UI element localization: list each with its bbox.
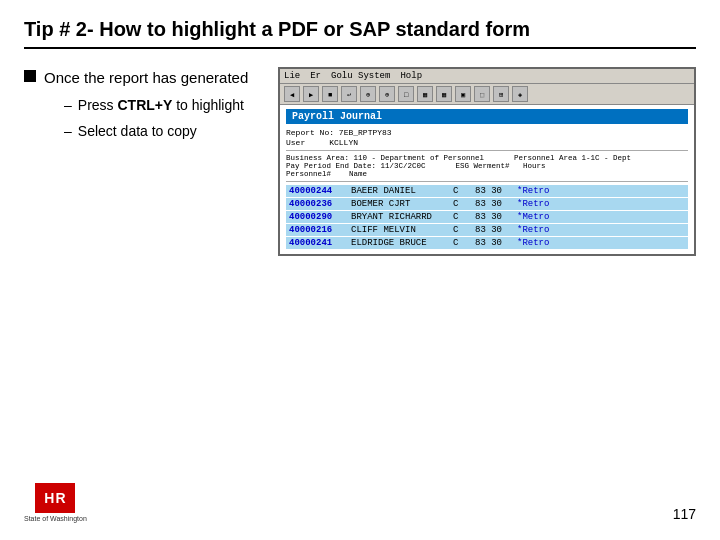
sub-bullet-2: – Select data to copy [64,122,248,142]
sap-cell-code: C [450,198,470,210]
sap-info-line-1: Business Area: 110 - Department of Perso… [286,154,688,162]
sap-cell-hours: 83 30 [472,198,512,210]
sap-cell-extra: *Retro [514,198,564,210]
sap-window: Lie Er Golu System Holp ◀ ▶ ■ ↩ ⊕ ⊕ □ ▦ … [278,67,696,256]
bullet-square-icon [24,70,36,82]
sap-table: 40000244 BAEER DANIEL C 83 30 *Retro 400… [286,185,688,249]
toolbar-btn-4[interactable]: □ [398,86,414,102]
sap-cell-name: BOEMER CJRT [348,198,448,210]
toolbar-btn-stop[interactable]: ■ [322,86,338,102]
sap-cell-id: 40000241 [286,237,346,249]
page-number: 117 [673,506,696,522]
toolbar-btn-9[interactable]: ⊞ [493,86,509,102]
sap-cell-code: C [450,237,470,249]
sap-cell-id: 40000290 [286,211,346,223]
sap-table-row: 40000290 BRYANT RICHARRD C 83 30 *Metro [286,211,688,223]
sap-business-info: Business Area: 110 - Department of Perso… [286,154,688,178]
toolbar-btn-back[interactable]: ◀ [284,86,300,102]
sap-cell-code: C [450,224,470,236]
sap-table-row: 40000244 BAEER DANIEL C 83 30 *Retro [286,185,688,197]
sap-cell-extra: *Retro [514,185,564,197]
dash-2: – [64,122,72,142]
slide-title: Tip # 2- How to highlight a PDF or SAP s… [24,18,696,49]
menu-golu[interactable]: Golu System [331,71,390,81]
hr-logo: HR State of Washington [24,483,87,522]
sub-bullets: – Press CTRL+Y to highlight – Select dat… [64,96,248,141]
sap-table-row: 40000216 CLIFF MELVIN C 83 30 *Retro [286,224,688,236]
sap-table-row: 40000236 BOEMER CJRT C 83 30 *Retro [286,198,688,210]
slide-container: Tip # 2- How to highlight a PDF or SAP s… [0,0,720,540]
sap-cell-hours: 83 30 [472,185,512,197]
sap-cell-name: BAEER DANIEL [348,185,448,197]
toolbar-btn-1[interactable]: ↩ [341,86,357,102]
content-area: Once the report has generated – Press CT… [24,67,696,256]
sap-cell-extra: *Retro [514,237,564,249]
sap-toolbar: ◀ ▶ ■ ↩ ⊕ ⊕ □ ▦ ▦ ▣ ⬚ ⊞ ◈ [280,84,694,105]
toolbar-btn-7[interactable]: ▣ [455,86,471,102]
sap-cell-extra: *Retro [514,224,564,236]
main-bullet-text: Once the report has generated – Press CT… [44,67,248,147]
sap-cell-id: 40000216 [286,224,346,236]
toolbar-btn-8[interactable]: ⬚ [474,86,490,102]
menu-er[interactable]: Er [310,71,321,81]
toolbar-btn-6[interactable]: ▦ [436,86,452,102]
sap-cell-hours: 83 30 [472,237,512,249]
sap-cell-code: C [450,211,470,223]
sap-info-line-2: Pay Period End Date: 11/3C/2C0C ESG Werm… [286,162,688,170]
sap-cell-extra: *Metro [514,211,564,223]
sap-cell-hours: 83 30 [472,211,512,223]
toolbar-btn-3[interactable]: ⊕ [379,86,395,102]
user-row: User KCLLYN [286,138,392,147]
menu-holp[interactable]: Holp [400,71,422,81]
sap-cell-name: BRYANT RICHARRD [348,211,448,223]
sap-cell-code: C [450,185,470,197]
dash-1: – [64,96,72,116]
sap-cell-id: 40000236 [286,198,346,210]
hr-logo-box: HR [35,483,75,513]
sap-cell-name: CLIFF MELVIN [348,224,448,236]
main-bullet-label: Once the report has generated [44,69,248,86]
sub-bullet-1: – Press CTRL+Y to highlight [64,96,248,116]
hr-logo-subtext: State of Washington [24,515,87,522]
sub-bullet-1-text: Press CTRL+Y to highlight [78,96,244,116]
sap-divider-2 [286,181,688,182]
sap-content: Payroll Journal Report No: 7EB_RPTPY83 U… [280,105,694,254]
sap-menubar: Lie Er Golu System Holp [280,69,694,84]
sap-report-info: Report No: 7EB_RPTPY83 User KCLLYN [286,128,688,147]
sap-cell-hours: 83 30 [472,224,512,236]
toolbar-btn-10[interactable]: ◈ [512,86,528,102]
sap-cell-name: ELDRIDGE BRUCE [348,237,448,249]
sap-report-title: Payroll Journal [286,109,688,124]
report-no-row: Report No: 7EB_RPTPY83 [286,128,392,137]
sub-bullet-2-text: Select data to copy [78,122,197,142]
menu-lie[interactable]: Lie [284,71,300,81]
sap-table-row: 40000241 ELDRIDGE BRUCE C 83 30 *Retro [286,237,688,249]
toolbar-btn-5[interactable]: ▦ [417,86,433,102]
main-bullet: Once the report has generated – Press CT… [24,67,254,147]
sap-info-line-3: Personnel# Name [286,170,688,178]
text-column: Once the report has generated – Press CT… [24,67,254,157]
sap-divider-1 [286,150,688,151]
sap-cell-id: 40000244 [286,185,346,197]
sap-info-block-left: Report No: 7EB_RPTPY83 User KCLLYN [286,128,392,147]
toolbar-btn-forward[interactable]: ▶ [303,86,319,102]
toolbar-btn-2[interactable]: ⊕ [360,86,376,102]
